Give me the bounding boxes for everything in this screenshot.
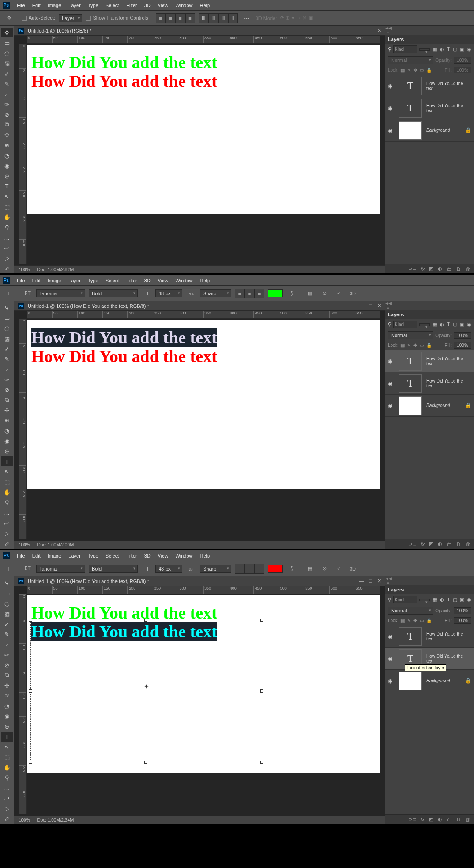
tool-blur[interactable]: ◔: [1, 426, 13, 436]
tool-gradient[interactable]: ≋: [1, 416, 13, 425]
layer-row[interactable]: ◉ Background 🔒: [385, 119, 474, 142]
warp-icon[interactable]: ⟆: [286, 288, 297, 299]
menu-3d[interactable]: 3D: [141, 551, 154, 560]
menu-edit[interactable]: Edit: [29, 276, 44, 285]
tool-edit[interactable]: ⮐: [1, 518, 13, 528]
tool-edit[interactable]: ⮐: [1, 243, 13, 253]
layer-row[interactable]: ◉ Background 🔒: [385, 395, 474, 417]
aa-dd[interactable]: Sharp: [200, 565, 231, 573]
tool-type[interactable]: T: [1, 732, 13, 742]
tool-crop[interactable]: ⤢: [1, 344, 13, 354]
menu-window[interactable]: Window: [172, 551, 196, 560]
tool-quickselect[interactable]: ▨: [1, 58, 13, 68]
tool-more[interactable]: …: [1, 508, 13, 518]
tool-eraser[interactable]: ✢: [1, 405, 13, 415]
new-layer-icon[interactable]: 🗋: [456, 817, 461, 822]
tool-type[interactable]: T: [1, 456, 13, 466]
mask-icon[interactable]: ◩: [429, 541, 433, 547]
opacity-field[interactable]: 100%: [454, 332, 471, 339]
layer-name[interactable]: How Did Yo...d the text: [426, 654, 471, 664]
menu-window[interactable]: Window: [172, 1, 196, 10]
tool-dodge[interactable]: ◉: [1, 161, 13, 171]
layer-row[interactable]: ◉ Background 🔒: [385, 670, 474, 692]
tool-pen[interactable]: ⊕: [1, 171, 13, 181]
tool-lasso[interactable]: ◌: [1, 48, 13, 58]
filter-dd[interactable]: [419, 323, 430, 326]
text-align[interactable]: ≡≡≡: [235, 289, 264, 298]
tool-eyedropper[interactable]: ✎: [1, 79, 13, 89]
font-family-dd[interactable]: Tahoma: [36, 289, 85, 297]
tool-selection[interactable]: ⬀: [1, 814, 13, 823]
doc-tab[interactable]: Ps Untitled-1 @ 100% (RGB/8) * —□✕: [14, 26, 385, 36]
font-size-dd[interactable]: 48 px: [155, 289, 182, 297]
menu-filter[interactable]: Filter: [123, 276, 140, 285]
tool-shape[interactable]: ⬚: [1, 477, 13, 487]
font-family-dd[interactable]: Tahoma: [36, 565, 85, 573]
menu-image[interactable]: Image: [44, 276, 65, 285]
tool-marquee[interactable]: ▭: [1, 313, 13, 323]
visibility-icon[interactable]: ◉: [388, 633, 394, 640]
menu-filter[interactable]: Filter: [123, 551, 140, 560]
text-align[interactable]: ≡≡≡: [235, 564, 264, 574]
auto-select-cb[interactable]: Auto-Select:: [22, 15, 55, 21]
trash-icon[interactable]: 🗑: [466, 542, 470, 547]
text-layer-green[interactable]: How Did You add the text: [31, 53, 217, 72]
aa-dd[interactable]: Sharp: [200, 289, 231, 297]
window-buttons[interactable]: —□✕: [359, 303, 381, 309]
font-weight-dd[interactable]: Bold: [89, 565, 138, 573]
panel-title[interactable]: Layers: [385, 35, 474, 44]
cancel-icon[interactable]: ⊘: [319, 288, 330, 299]
menu-layer[interactable]: Layer: [65, 551, 84, 560]
3d-icon[interactable]: 3D: [347, 288, 358, 299]
tool-blur[interactable]: ◔: [1, 701, 13, 711]
status-doc[interactable]: Doc: 1.00M/2.82M: [37, 267, 74, 272]
tool-path[interactable]: ↖: [1, 467, 13, 477]
tool-marquee[interactable]: ▭: [1, 588, 13, 598]
tool-zoom[interactable]: ⚲: [1, 773, 13, 782]
tool-lasso[interactable]: ◌: [1, 323, 13, 333]
folder-icon[interactable]: 🗀: [447, 266, 452, 272]
visibility-icon[interactable]: ◉: [388, 656, 394, 662]
visibility-icon[interactable]: ◉: [388, 127, 394, 134]
layer-name[interactable]: Background: [426, 403, 450, 408]
tool-brush[interactable]: ✑: [1, 375, 13, 384]
fill-field[interactable]: 100%: [454, 342, 471, 349]
visibility-icon[interactable]: ◉: [388, 403, 394, 409]
fx-icon[interactable]: fx: [421, 817, 425, 822]
tool-gradient[interactable]: ≋: [1, 140, 13, 150]
distribute-controls[interactable]: ⅢⅢⅢⅢ: [199, 13, 238, 23]
orientation-icon[interactable]: ↧T: [22, 563, 33, 574]
tool-history[interactable]: ⧉: [1, 395, 13, 405]
tool-history[interactable]: ⧉: [1, 670, 13, 680]
panel-collapse-icon[interactable]: ◀◀ ≡: [385, 26, 391, 35]
filter-icons[interactable]: ▦◐T▢▣◉: [433, 597, 471, 603]
tool-path[interactable]: ↖: [1, 742, 13, 752]
menu-select[interactable]: Select: [102, 276, 123, 285]
tool-marquee[interactable]: ▭: [1, 38, 13, 48]
filter-dd[interactable]: [419, 599, 430, 601]
tool-selection[interactable]: ⬀: [1, 538, 13, 548]
tool-edit[interactable]: ⮐: [1, 793, 13, 803]
color-swatch[interactable]: [268, 289, 283, 297]
handle-mr[interactable]: [260, 689, 263, 693]
text-layer-red[interactable]: How Did You add the text: [31, 71, 217, 91]
text-transform-box[interactable]: ✦: [30, 620, 262, 762]
handle-tl[interactable]: [29, 619, 32, 622]
tool-hand[interactable]: ✋: [1, 487, 13, 497]
tool-eraser[interactable]: ✢: [1, 681, 13, 690]
adjust-icon[interactable]: ◐: [438, 816, 442, 822]
doc-tab[interactable]: Ps Untitled-1 @ 100% (How Did You add th…: [14, 301, 385, 311]
layer-filter-input[interactable]: [393, 321, 417, 328]
handle-tc[interactable]: [144, 619, 147, 622]
status-doc[interactable]: Doc: 1.00M/2.00M: [37, 542, 74, 547]
tool-shape[interactable]: ⬚: [1, 752, 13, 762]
tool-gradient[interactable]: ≋: [1, 691, 13, 701]
show-transform-cb[interactable]: Show Transform Controls: [86, 15, 148, 21]
layer-name[interactable]: Background: [426, 128, 450, 133]
tool-zoom[interactable]: ⚲: [1, 222, 13, 232]
tool-type[interactable]: T: [1, 181, 13, 191]
new-layer-icon[interactable]: 🗋: [456, 542, 461, 547]
menu-3d[interactable]: 3D: [141, 1, 154, 10]
align-controls[interactable]: ≡≡≡≡: [156, 13, 195, 23]
window-buttons[interactable]: —□✕: [359, 28, 381, 33]
